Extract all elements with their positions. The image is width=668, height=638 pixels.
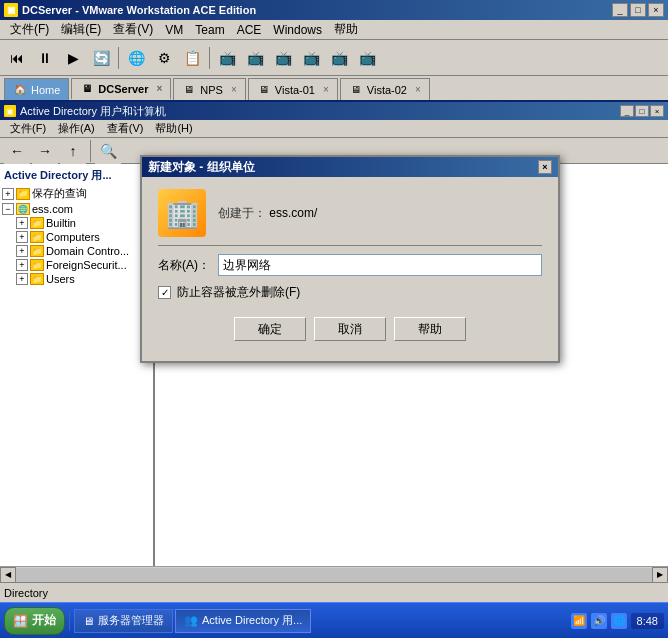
tree-item-foreign-security[interactable]: + 📁 ForeignSecurit... — [16, 258, 151, 272]
dialog-separator-1 — [158, 245, 542, 246]
toolbar-btn-5[interactable]: 🌐 — [123, 45, 149, 71]
toolbar-separator-2 — [209, 47, 210, 69]
tree-label-users: Users — [46, 273, 75, 285]
protect-container-checkbox[interactable] — [158, 286, 171, 299]
toolbar-btn-4[interactable]: 🔄 — [88, 45, 114, 71]
tray-icon-globe: 🌐 — [611, 613, 627, 629]
system-clock: 8:48 — [631, 613, 664, 629]
start-button[interactable]: 🪟 开始 — [4, 607, 65, 635]
expand-computers[interactable]: + — [16, 231, 28, 243]
tab-vista02-label: Vista-02 — [367, 84, 407, 96]
folder-icon-dc: 📁 — [30, 245, 44, 257]
tab-home[interactable]: 🏠 Home — [4, 78, 69, 100]
inner-title-bar: ▣ Active Directory 用户和计算机 _ □ × — [0, 102, 668, 120]
tab-bar: 🏠 Home 🖥 DCServer × 🖥 NPS × 🖥 Vista-01 ×… — [0, 76, 668, 102]
tree-item-builtin[interactable]: + 📁 Builtin — [16, 216, 151, 230]
menu-windows[interactable]: Windows — [267, 21, 328, 39]
inner-minimize-button[interactable]: _ — [620, 105, 634, 117]
tree-item-users[interactable]: + 📁 Users — [16, 272, 151, 286]
tree-label-builtin: Builtin — [46, 217, 76, 229]
folder-icon-foreign: 📁 — [30, 259, 44, 271]
inner-menu-file[interactable]: 文件(F) — [4, 120, 52, 137]
horizontal-scrollbar[interactable]: ◀ ▶ — [0, 566, 668, 582]
menu-ace[interactable]: ACE — [231, 21, 268, 39]
tree-item-computers[interactable]: + 📁 Computers — [16, 230, 151, 244]
dialog-title-bar: 新建对象 - 组织单位 × — [142, 157, 558, 177]
tab-vista02-close[interactable]: × — [415, 84, 421, 95]
expand-saved-queries[interactable]: + — [2, 188, 14, 200]
cancel-button[interactable]: 取消 — [314, 317, 386, 341]
tab-nps-close[interactable]: × — [231, 84, 237, 95]
toolbar-btn-3[interactable]: ▶ — [60, 45, 86, 71]
tree-item-esscom[interactable]: − 🌐 ess.com — [2, 202, 151, 216]
inner-menu-help[interactable]: 帮助(H) — [149, 120, 198, 137]
dialog-created-info: 创建于： ess.com/ — [218, 205, 317, 222]
tree-label-dc: Domain Contro... — [46, 245, 129, 257]
tray-icon-sound: 🔊 — [591, 613, 607, 629]
checkbox-label: 防止容器被意外删除(F) — [177, 284, 300, 301]
inner-toolbar-find[interactable]: 🔍 — [95, 138, 121, 164]
tree-header: Active Directory 用... — [2, 166, 151, 185]
tab-vista01-label: Vista-01 — [275, 84, 315, 96]
toolbar-btn-8[interactable]: 📺 — [214, 45, 240, 71]
tree-label-foreign: ForeignSecurit... — [46, 259, 127, 271]
toolbar-btn-12[interactable]: 📺 — [326, 45, 352, 71]
tab-nps[interactable]: 🖥 NPS × — [173, 78, 245, 100]
inner-close-button[interactable]: × — [650, 105, 664, 117]
menu-vm[interactable]: VM — [159, 21, 189, 39]
expand-builtin[interactable]: + — [16, 217, 28, 229]
name-input[interactable] — [218, 254, 542, 276]
toolbar-btn-13[interactable]: 📺 — [354, 45, 380, 71]
inner-toolbar-up[interactable]: ↑ — [60, 138, 86, 164]
taskbar-task-active-directory[interactable]: 👥 Active Directory 用... — [175, 609, 311, 633]
dialog-body: 🏢 创建于： ess.com/ 名称(A)： 防止容器被意外删除(F) 确定 取… — [142, 177, 558, 361]
vista02-icon: 🖥 — [349, 83, 363, 97]
inner-menu-view[interactable]: 查看(V) — [101, 120, 150, 137]
taskbar-task-server-manager[interactable]: 🖥 服务器管理器 — [74, 609, 173, 633]
help-button[interactable]: 帮助 — [394, 317, 466, 341]
inner-toolbar-forward[interactable]: → — [32, 138, 58, 164]
tab-vista01[interactable]: 🖥 Vista-01 × — [248, 78, 338, 100]
menu-view[interactable]: 查看(V) — [107, 19, 159, 40]
inner-toolbar-back[interactable]: ← — [4, 138, 30, 164]
inner-menu-bar: 文件(F) 操作(A) 查看(V) 帮助(H) — [0, 120, 668, 138]
tree-panel: Active Directory 用... + 📁 保存的查询 − 🌐 ess.… — [0, 164, 155, 566]
minimize-button[interactable]: _ — [612, 3, 628, 17]
tab-dcserver-close[interactable]: × — [156, 83, 162, 94]
dialog-checkbox-row: 防止容器被意外删除(F) — [158, 284, 542, 301]
toolbar-btn-2[interactable]: ⏸ — [32, 45, 58, 71]
menu-file[interactable]: 文件(F) — [4, 19, 55, 40]
toolbar-btn-6[interactable]: ⚙ — [151, 45, 177, 71]
toolbar-btn-1[interactable]: ⏮ — [4, 45, 30, 71]
toolbar-btn-7[interactable]: 📋 — [179, 45, 205, 71]
close-button[interactable]: × — [648, 3, 664, 17]
maximize-button[interactable]: □ — [630, 3, 646, 17]
menu-team[interactable]: Team — [189, 21, 230, 39]
scroll-left-arrow[interactable]: ◀ — [0, 567, 16, 583]
tree-item-saved-queries[interactable]: + 📁 保存的查询 — [2, 185, 151, 202]
status-bar: Directory — [0, 582, 668, 602]
inner-maximize-button[interactable]: □ — [635, 105, 649, 117]
expand-dc[interactable]: + — [16, 245, 28, 257]
toolbar-btn-9[interactable]: 📺 — [242, 45, 268, 71]
vista01-icon: 🖥 — [257, 83, 271, 97]
tree-item-domain-controllers[interactable]: + 📁 Domain Contro... — [16, 244, 151, 258]
taskbar-sep-1 — [69, 611, 70, 631]
inner-menu-action[interactable]: 操作(A) — [52, 120, 101, 137]
expand-esscom[interactable]: − — [2, 203, 14, 215]
menu-help[interactable]: 帮助 — [328, 19, 364, 40]
taskbar-right: 📶 🔊 🌐 8:48 — [571, 613, 664, 629]
ok-button[interactable]: 确定 — [234, 317, 306, 341]
expand-users[interactable]: + — [16, 273, 28, 285]
tab-dcserver[interactable]: 🖥 DCServer × — [71, 78, 171, 100]
toolbar-btn-11[interactable]: 📺 — [298, 45, 324, 71]
tab-vista01-close[interactable]: × — [323, 84, 329, 95]
scroll-track[interactable] — [16, 568, 652, 582]
scroll-right-arrow[interactable]: ▶ — [652, 567, 668, 583]
expand-foreign[interactable]: + — [16, 259, 28, 271]
toolbar-btn-10[interactable]: 📺 — [270, 45, 296, 71]
tab-vista02[interactable]: 🖥 Vista-02 × — [340, 78, 430, 100]
inner-controls: _ □ × — [620, 105, 664, 117]
dialog-close-button[interactable]: × — [538, 160, 552, 174]
menu-edit[interactable]: 编辑(E) — [55, 19, 107, 40]
